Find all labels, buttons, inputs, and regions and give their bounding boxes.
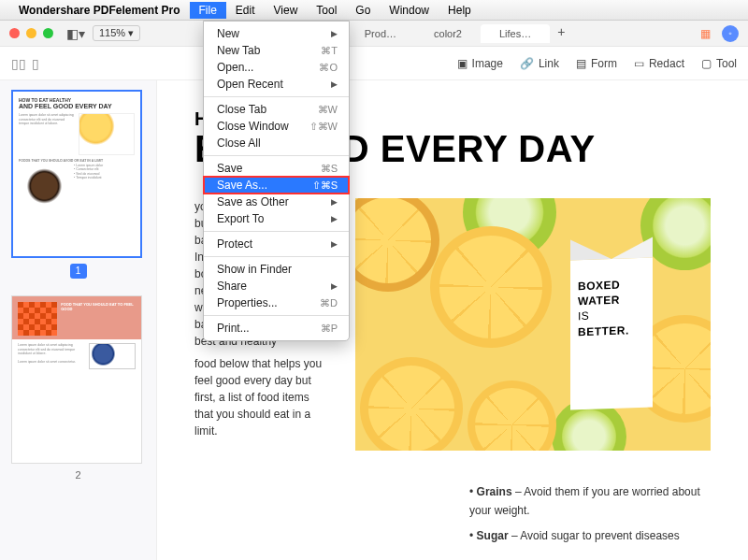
app-name: Wondershare PDFelement Pro xyxy=(19,4,180,17)
thumb-citrus-image xyxy=(79,113,135,155)
menu-item-close-window[interactable]: Close Window⇧⌘W xyxy=(204,118,349,135)
menu-view[interactable]: View xyxy=(265,2,308,19)
image-tool[interactable]: ▣Image xyxy=(457,57,503,70)
menu-item-save-as-[interactable]: Save As...⇧⌘S xyxy=(204,177,349,194)
menu-item-share[interactable]: Share▶ xyxy=(204,278,349,294)
menu-item-save[interactable]: Save⌘S xyxy=(204,160,349,177)
menu-item-open-[interactable]: Open...⌘O xyxy=(204,59,349,76)
menu-item-new-tab[interactable]: New Tab⌘T xyxy=(204,42,349,59)
doc-bullet-list: • Grains – Avoid them if you are worried… xyxy=(469,483,722,553)
thumb-berries-image xyxy=(89,343,136,369)
tab-lifes[interactable]: Lifes… xyxy=(481,24,550,43)
file-menu-dropdown: New▶New Tab⌘TOpen...⌘OOpen Recent▶Close … xyxy=(203,21,350,341)
page-thumbnail-2[interactable]: FOOD THAT YOU SHOULD EAT TO FEEL GOOD Lo… xyxy=(11,295,142,464)
sidebar-toggle-icon[interactable]: ◧▾ xyxy=(66,26,85,41)
thumb-coffee-image xyxy=(19,167,70,205)
single-view-icon[interactable]: ▯ xyxy=(32,56,39,71)
menu-item-show-in-finder[interactable]: Show in Finder xyxy=(204,261,349,278)
tool-tool[interactable]: ▢Tool xyxy=(701,57,737,70)
menu-window[interactable]: Window xyxy=(380,2,439,19)
form-tool[interactable]: ▤Form xyxy=(576,57,617,70)
user-avatar[interactable]: ◦ xyxy=(722,25,739,42)
toolbox-icon: ▢ xyxy=(701,57,712,70)
thumbnail-panel: HOW TO EAT HEALTHY AND FEEL GOOD EVERY D… xyxy=(0,80,157,560)
tab-color2[interactable]: color2 xyxy=(415,24,481,43)
form-icon: ▤ xyxy=(576,57,586,70)
menu-item-new[interactable]: New▶ xyxy=(204,25,349,42)
app-window: ◧▾ 115% ▾ prod… Prod… color2 Lifes… + ▦ … xyxy=(0,21,748,560)
link-tool[interactable]: 🔗Link xyxy=(520,57,559,70)
page-number-2: 2 xyxy=(11,469,145,481)
zoom-level[interactable]: 115% ▾ xyxy=(93,25,140,41)
thumb-pink-title: FOOD THAT YOU SHOULD EAT TO FEEL GOOD xyxy=(57,302,136,334)
redact-tool[interactable]: ▭Redact xyxy=(634,57,684,70)
image-icon: ▣ xyxy=(457,57,468,70)
tab-prod2[interactable]: Prod… xyxy=(346,24,415,43)
window-body: HOW TO EAT HEALTHY AND FEEL GOOD EVERY D… xyxy=(0,80,748,560)
thumbnail-view-icon[interactable]: ▯▯ xyxy=(11,56,26,71)
close-window-button[interactable] xyxy=(9,28,20,38)
redact-icon: ▭ xyxy=(634,57,644,70)
add-tab-button[interactable]: + xyxy=(550,24,572,43)
menu-item-export-to[interactable]: Export To▶ xyxy=(204,210,349,227)
view-mode-icons: ▯▯ ▯ xyxy=(11,56,39,71)
link-icon: 🔗 xyxy=(520,57,534,70)
menu-file[interactable]: File xyxy=(190,2,226,19)
traffic-lights xyxy=(9,28,53,38)
menu-item-open-recent[interactable]: Open Recent▶ xyxy=(204,76,349,93)
thumb-oranges-image xyxy=(18,302,57,336)
boxed-water-carton: BOXED WATER IS BETTER. xyxy=(570,257,653,409)
menu-item-print-[interactable]: Print...⌘P xyxy=(204,320,349,337)
menu-item-protect[interactable]: Protect▶ xyxy=(204,236,349,252)
main-toolbar: ▯▯ ▯ ▣Image 🔗Link ▤Form ▭Redact ▢Tool xyxy=(0,47,748,80)
grid-icon[interactable]: ▦ xyxy=(700,27,711,40)
zoom-window-button[interactable] xyxy=(43,28,53,38)
menu-tool[interactable]: Tool xyxy=(307,2,346,19)
page-thumbnail-1[interactable]: HOW TO EAT HEALTHY AND FEEL GOOD EVERY D… xyxy=(11,90,142,258)
menu-item-properties-[interactable]: Properties...⌘D xyxy=(204,294,349,311)
window-titlebar: ◧▾ 115% ▾ prod… Prod… color2 Lifes… + ▦ … xyxy=(0,21,748,47)
menu-help[interactable]: Help xyxy=(439,2,481,19)
thumb-title: AND FEEL GOOD EVERY DAY xyxy=(19,103,135,109)
minimize-window-button[interactable] xyxy=(26,28,36,38)
macos-menubar: Wondershare PDFelement Pro File Edit Vie… xyxy=(0,0,748,21)
page-badge: 1 xyxy=(70,264,87,279)
menu-item-close-tab[interactable]: Close Tab⌘W xyxy=(204,101,349,118)
menu-edit[interactable]: Edit xyxy=(226,2,265,19)
menu-go[interactable]: Go xyxy=(346,2,380,19)
menu-item-close-all[interactable]: Close All xyxy=(204,135,349,151)
menu-item-save-as-other[interactable]: Save as Other▶ xyxy=(204,194,349,210)
hero-citrus-image: BOXED WATER IS BETTER. xyxy=(355,198,711,451)
